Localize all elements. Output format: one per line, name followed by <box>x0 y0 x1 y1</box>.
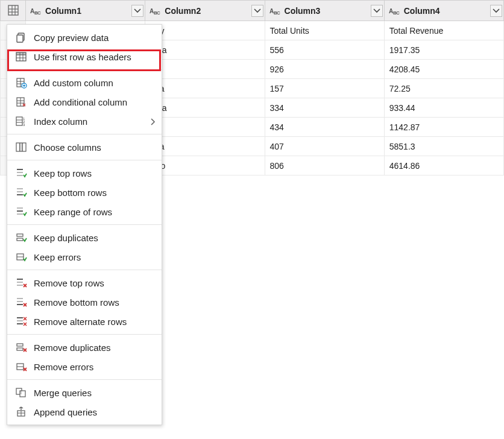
cell[interactable]: 1142.87 <box>384 118 503 137</box>
copy-icon <box>14 31 28 44</box>
menu-remove-alternate-rows[interactable]: Remove alternate rows <box>7 312 162 331</box>
cell[interactable]: 4614.86 <box>384 156 503 175</box>
remove-errors-icon <box>14 360 28 373</box>
svg-rect-41 <box>20 143 23 151</box>
menu-add-conditional-column[interactable]: Add conditional column <box>7 92 162 112</box>
cell[interactable]: 933.44 <box>384 98 503 118</box>
conditional-column-icon <box>14 95 28 109</box>
menu-add-custom-column[interactable]: Add custom column <box>7 73 162 92</box>
menu-separator <box>7 379 162 380</box>
svg-rect-66 <box>17 344 23 346</box>
chevron-right-icon <box>151 116 156 127</box>
menu-label: Add custom column <box>34 78 113 88</box>
column-header-3[interactable]: ABC Column3 <box>265 1 384 21</box>
table-icon <box>7 4 19 16</box>
chevron-down-icon <box>254 8 260 13</box>
menu-label: Remove errors <box>34 362 93 372</box>
menu-label: Remove duplicates <box>34 343 111 353</box>
table-corner-cell[interactable] <box>1 1 26 21</box>
menu-choose-columns[interactable]: Choose columns <box>7 137 162 157</box>
cell[interactable]: 806 <box>265 156 384 175</box>
remove-top-rows-icon <box>14 276 28 289</box>
svg-rect-34 <box>16 117 22 125</box>
column-label: Column1 <box>45 6 81 16</box>
menu-keep-range-of-rows[interactable]: Keep range of rows <box>7 202 162 221</box>
table-menu-button[interactable] <box>4 3 22 18</box>
cell[interactable]: 72.25 <box>384 79 503 98</box>
menu-label: Index column <box>34 116 87 127</box>
menu-copy-preview-data[interactable]: Copy preview data <box>7 28 162 47</box>
menu-use-first-row-as-headers[interactable]: Use first row as headers <box>7 47 162 66</box>
cell[interactable]: ama <box>145 98 265 118</box>
filter-button[interactable] <box>251 5 263 17</box>
remove-duplicates-icon <box>14 341 28 354</box>
svg-rect-53 <box>17 234 23 236</box>
menu-remove-errors[interactable]: Remove errors <box>7 357 162 376</box>
chevron-down-icon <box>134 8 140 13</box>
column-header-4[interactable]: ABC Column4 <box>384 1 503 21</box>
cell[interactable]: 334 <box>265 98 384 118</box>
cell[interactable]: 4208.45 <box>384 60 503 79</box>
menu-merge-queries[interactable]: Merge queries <box>7 383 162 402</box>
cell[interactable]: 1917.35 <box>384 40 503 60</box>
svg-rect-67 <box>17 348 23 350</box>
menu-remove-bottom-rows[interactable]: Remove bottom rows <box>7 292 162 312</box>
svg-text:3: 3 <box>23 123 25 127</box>
text-type-icon: ABC <box>149 5 161 17</box>
svg-rect-18 <box>17 35 23 42</box>
column-header-2[interactable]: ABC Column2 <box>145 1 265 21</box>
keep-top-rows-icon <box>14 166 28 180</box>
menu-remove-top-rows[interactable]: Remove top rows <box>7 273 162 292</box>
menu-keep-bottom-rows[interactable]: Keep bottom rows <box>7 183 162 202</box>
keep-range-rows-icon <box>14 205 28 218</box>
custom-column-icon <box>14 76 28 89</box>
svg-text:C: C <box>37 10 41 16</box>
filter-button[interactable] <box>131 5 143 17</box>
menu-keep-duplicates[interactable]: Keep duplicates <box>7 228 162 247</box>
svg-text:C: C <box>277 10 280 16</box>
cell[interactable]: xico <box>145 156 265 175</box>
svg-rect-0 <box>8 5 18 15</box>
cell[interactable]: A <box>145 60 265 79</box>
menu-label: Keep duplicates <box>34 233 98 243</box>
menu-separator <box>7 160 162 160</box>
cell[interactable]: Total Revenue <box>384 21 503 40</box>
menu-label: Remove bottom rows <box>34 297 119 308</box>
menu-index-column[interactable]: 123 Index column <box>7 112 162 131</box>
menu-separator <box>7 334 162 335</box>
menu-separator <box>7 224 162 225</box>
cell[interactable]: 157 <box>265 79 384 98</box>
menu-append-queries[interactable]: Append queries <box>7 402 162 422</box>
column-label: Column2 <box>165 6 201 16</box>
text-type-icon: ABC <box>30 5 42 17</box>
index-column-icon: 123 <box>14 115 28 128</box>
cell[interactable]: 434 <box>265 118 384 137</box>
cell[interactable]: 407 <box>265 137 384 156</box>
menu-label: Use first row as headers <box>34 52 131 62</box>
cell[interactable]: ada <box>145 79 265 98</box>
menu-label: Keep range of rows <box>34 207 112 217</box>
menu-label: Add conditional column <box>34 97 127 107</box>
menu-keep-errors[interactable]: Keep errors <box>7 247 162 267</box>
column-header-1[interactable]: ABC Column1 <box>26 1 145 21</box>
cell[interactable]: ntry <box>145 21 265 40</box>
filter-button[interactable] <box>490 5 502 17</box>
filter-button[interactable] <box>371 5 383 17</box>
remove-bottom-rows-icon <box>14 295 28 309</box>
menu-label: Remove top rows <box>34 278 104 288</box>
cell[interactable]: 926 <box>265 60 384 79</box>
cell[interactable]: 5851.3 <box>384 137 503 156</box>
cell[interactable]: A <box>145 118 265 137</box>
menu-keep-top-rows[interactable]: Keep top rows <box>7 163 162 183</box>
text-type-icon: ABC <box>388 5 400 17</box>
column-label: Column4 <box>404 6 440 16</box>
cell[interactable]: ama <box>145 40 265 60</box>
cell[interactable]: 556 <box>265 40 384 60</box>
menu-label: Remove alternate rows <box>34 317 127 327</box>
merge-queries-icon <box>14 386 28 399</box>
cell[interactable]: ada <box>145 137 265 156</box>
menu-label: Choose columns <box>34 142 101 153</box>
menu-remove-duplicates[interactable]: Remove duplicates <box>7 338 162 357</box>
cell[interactable]: Total Units <box>265 21 384 40</box>
menu-label: Merge queries <box>34 388 92 398</box>
